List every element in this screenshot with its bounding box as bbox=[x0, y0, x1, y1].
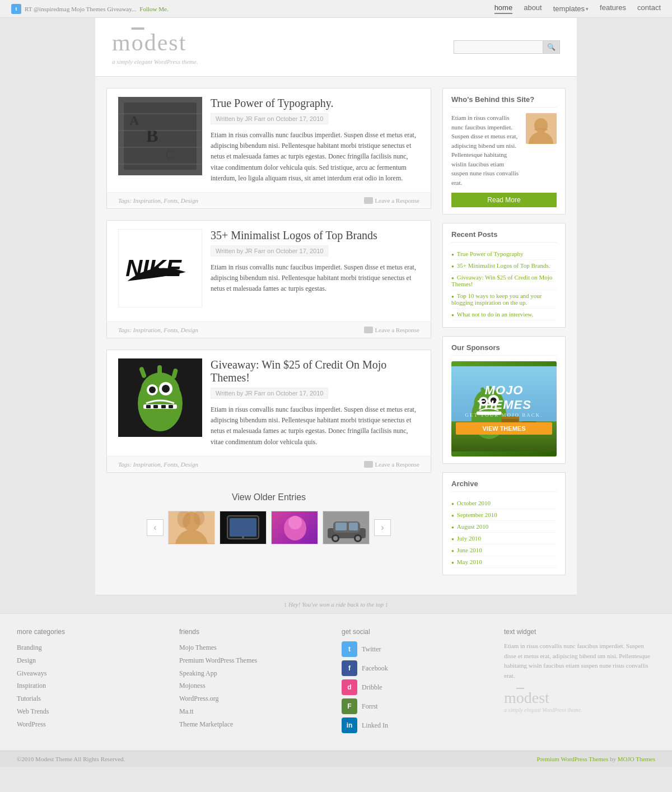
sponsor-banner[interactable]: Tumblr Ps MOJO THEMES GET YOUR MOJO BACK… bbox=[451, 361, 557, 456]
forrst-social-icon[interactable]: F bbox=[342, 698, 357, 714]
svg-point-18 bbox=[162, 385, 170, 393]
prev-button[interactable]: ‹ bbox=[147, 519, 164, 536]
bottom-bar: ©2010 Modest Theme All Rights Reserved. … bbox=[0, 751, 672, 767]
next-button[interactable]: › bbox=[374, 519, 391, 536]
cat-branding-link[interactable]: Branding bbox=[17, 644, 42, 651]
recent-posts-list: True Power of Typography 35+ Minimalist … bbox=[451, 248, 557, 320]
view-themes-button[interactable]: VIEW THEMES bbox=[456, 422, 552, 435]
footer-logo: modest bbox=[504, 689, 655, 707]
footer-friends-list: Mojo Themes Premium WordPress Themes Spe… bbox=[179, 641, 330, 731]
friend-theme-marketplace-link[interactable]: Theme Marketplace bbox=[179, 720, 233, 728]
credit-area: Premium WordPress Themes by MOJO Themes bbox=[537, 756, 655, 762]
main-content: A B C True Power of Typography. Written … bbox=[95, 77, 577, 595]
svg-rect-20 bbox=[146, 405, 151, 408]
recent-post-5-link[interactable]: What not to do in an interview. bbox=[457, 311, 533, 318]
read-more-button[interactable]: Read More bbox=[451, 193, 557, 207]
who-photo bbox=[526, 113, 557, 144]
dribbble-label: Dribble bbox=[362, 683, 382, 692]
post-3-comment-link[interactable]: Leave a Response bbox=[364, 461, 419, 468]
archive-jul-link[interactable]: July 2010 bbox=[457, 535, 481, 542]
cat-tutorials-link[interactable]: Tutorials bbox=[17, 695, 41, 702]
search-form: 🔍 bbox=[454, 40, 560, 54]
back-to-top[interactable]: ↕ Hey! You've won a ride back to the top… bbox=[95, 595, 577, 613]
svg-point-34 bbox=[288, 516, 302, 529]
archive-sep-2010: September 2010 bbox=[451, 509, 557, 521]
recent-post-4-link[interactable]: Top 10 ways to keep you and your bloggin… bbox=[451, 292, 542, 306]
recent-post-2-link[interactable]: 35+ Minimalist Logos of Top Brands. bbox=[457, 262, 550, 269]
svg-rect-1 bbox=[124, 103, 197, 170]
recent-posts-title: Recent Posts bbox=[451, 230, 557, 243]
dribbble-social-icon[interactable]: d bbox=[342, 679, 357, 695]
post-1-comment-link[interactable]: Leave a Response bbox=[364, 197, 419, 204]
nav-home[interactable]: home bbox=[494, 3, 513, 14]
thumbnail-strip: ‹ bbox=[106, 511, 431, 544]
search-button[interactable]: 🔍 bbox=[543, 40, 560, 54]
recent-post-3-link[interactable]: Giveaway: Win $25 of Credit on Mojo Them… bbox=[451, 274, 552, 287]
thumb-3[interactable] bbox=[271, 511, 318, 544]
footer-logo-area: modest a simply elegant WordPress theme. bbox=[504, 689, 655, 713]
sponsors-title: Our Sponsors bbox=[451, 343, 557, 356]
post-1-meta: Written by JR Farr on October 17, 2010 bbox=[211, 113, 328, 124]
twitter-social-icon[interactable]: t bbox=[342, 641, 357, 657]
friend-mojo: Mojo Themes bbox=[179, 641, 330, 654]
friend-premium-link[interactable]: Premium WordPress Themes bbox=[179, 656, 257, 664]
post-1-comment-label: Leave a Response bbox=[375, 197, 419, 204]
archive-oct-link[interactable]: October 2010 bbox=[457, 500, 491, 506]
post-2-comment-link[interactable]: Leave a Response bbox=[364, 327, 419, 333]
title-bar-letter: o bbox=[132, 30, 144, 55]
post-1-inner: A B C True Power of Typography. Written … bbox=[107, 88, 431, 192]
follow-link[interactable]: Follow Me. bbox=[139, 6, 168, 12]
friend-premium: Premium WordPress Themes bbox=[179, 654, 330, 667]
friend-speaking: Speaking App bbox=[179, 667, 330, 680]
footer-categories-list: Branding Design Giveaways Inspiration Tu… bbox=[17, 641, 168, 731]
svg-rect-12 bbox=[139, 366, 147, 379]
archive-aug-link[interactable]: August 2010 bbox=[457, 523, 489, 530]
cat-wordpress-link[interactable]: WordPress bbox=[17, 720, 46, 728]
friend-wporg-link[interactable]: WordPress.org bbox=[179, 695, 218, 702]
footer-friends-title: friends bbox=[179, 628, 330, 636]
cat-giveaways-link[interactable]: Giveaways bbox=[17, 669, 46, 677]
site-subtitle: a simply elegant WordPress theme. bbox=[112, 58, 198, 65]
social-linkedin: in Linked In bbox=[342, 718, 493, 733]
post-3-meta: Written by JR Farr on October 17, 2010 bbox=[211, 388, 328, 399]
thumb-1[interactable] bbox=[168, 511, 215, 544]
thumb-person-svg bbox=[169, 511, 214, 544]
recent-post-1-link[interactable]: True Power of Typography bbox=[457, 250, 524, 257]
archive-oct-2010: October 2010 bbox=[451, 497, 557, 509]
mojo-themes-link[interactable]: MOJO Themes bbox=[618, 756, 655, 762]
archive-sep-link[interactable]: September 2010 bbox=[457, 511, 497, 518]
facebook-social-icon[interactable]: f bbox=[342, 660, 357, 676]
premium-themes-link[interactable]: Premium WordPress Themes bbox=[537, 756, 609, 762]
post-1-tags: Tags: Inspiration, Fonts, Design bbox=[118, 197, 198, 204]
svg-rect-42 bbox=[335, 523, 347, 530]
search-input[interactable] bbox=[454, 40, 543, 54]
friend-matt-link[interactable]: Ma.tt bbox=[179, 707, 194, 715]
linkedin-social-icon[interactable]: in bbox=[342, 718, 357, 733]
mojo-brand-subtitle: GET YOUR MOJO BACK. bbox=[456, 412, 552, 418]
nav-features[interactable]: features bbox=[600, 3, 626, 14]
thumb-2[interactable] bbox=[220, 511, 267, 544]
cat-inspiration-link[interactable]: Inspiration bbox=[17, 682, 46, 689]
cat-design-link[interactable]: Design bbox=[17, 656, 36, 664]
forrst-label: Forrst bbox=[362, 702, 378, 711]
nav-templates[interactable]: templates bbox=[553, 4, 585, 13]
post-3-tags: Tags: Inspiration, Fonts, Design bbox=[118, 461, 198, 468]
friend-mojo-link[interactable]: Mojo Themes bbox=[179, 644, 217, 651]
footer-social-title: get social bbox=[342, 628, 493, 636]
archive-list: October 2010 September 2010 August 2010 … bbox=[451, 497, 557, 568]
cat-wordpress: WordPress bbox=[17, 718, 168, 731]
friend-mojoness-link[interactable]: Mojoness bbox=[179, 682, 206, 689]
friend-speaking-link[interactable]: Speaking App bbox=[179, 669, 217, 677]
footer-categories-col: more categories Branding Design Giveaway… bbox=[17, 628, 168, 737]
cat-webtrends-link[interactable]: Web Trends bbox=[17, 707, 49, 715]
archive-may-link[interactable]: May 2010 bbox=[457, 558, 482, 565]
facebook-label: Facebook bbox=[362, 664, 388, 673]
nav-contact[interactable]: contact bbox=[637, 3, 661, 14]
friend-matt: Ma.tt bbox=[179, 705, 330, 718]
post-2: NIKE 35+ Minimalist Logos of Top Brands … bbox=[106, 220, 431, 338]
footer: more categories Branding Design Giveaway… bbox=[0, 613, 672, 751]
archive-jun-link[interactable]: June 2010 bbox=[457, 547, 482, 553]
nav-about[interactable]: about bbox=[524, 3, 542, 14]
footer-widget-title: text widget bbox=[504, 628, 655, 636]
thumb-4[interactable] bbox=[323, 511, 370, 544]
